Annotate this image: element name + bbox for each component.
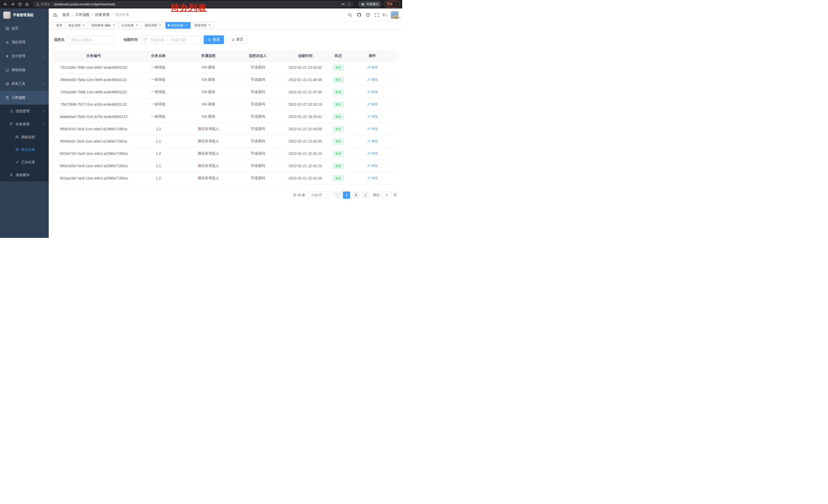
- tab-4[interactable]: 我的流程×: [142, 22, 164, 29]
- search-button-label: 搜索: [213, 37, 220, 42]
- page-button-2[interactable]: 2: [353, 191, 360, 199]
- approve-link[interactable]: 审批: [367, 139, 378, 144]
- cell-action: 审批: [348, 86, 397, 98]
- tab-close-icon[interactable]: ×: [185, 24, 188, 27]
- font-size-icon[interactable]: TT: [383, 13, 387, 17]
- sidebar-item-my-process[interactable]: 我的流程: [0, 131, 49, 143]
- approve-link[interactable]: 审批: [367, 127, 378, 131]
- sidebar-item-system[interactable]: 系统管理: [0, 35, 49, 49]
- breadcrumb-separator: /: [112, 13, 113, 17]
- browser-forward-icon[interactable]: [9, 1, 16, 8]
- url-text: dashboard.yudao.iocoder.cn/bpm/task/todo: [54, 3, 339, 6]
- sidebar-item-process-mgmt[interactable]: 流程管理: [0, 104, 49, 118]
- help-icon[interactable]: [365, 11, 371, 18]
- sidebar-item-workflow[interactable]: 工作流程: [0, 91, 49, 104]
- status-badge: 激活: [333, 175, 344, 181]
- breadcrumb-workflow[interactable]: 工作流程: [75, 12, 89, 17]
- page-size-select[interactable]: 10条/页: [308, 191, 331, 199]
- tab-close-icon[interactable]: ×: [82, 24, 85, 27]
- tab-2[interactable]: 流程表单-编辑×: [89, 22, 118, 29]
- next-page-button[interactable]: [362, 191, 369, 199]
- tab-close-icon[interactable]: ×: [208, 24, 211, 27]
- search-button[interactable]: 搜索: [204, 35, 224, 44]
- table-row: 580e1b3d-7ac8-11ec-a9e2-a2380e71991a1.1测…: [54, 160, 397, 172]
- cell-action: 审批: [348, 123, 397, 135]
- tab-label: 流程详情: [194, 23, 206, 28]
- page-button-1[interactable]: 1: [343, 191, 350, 199]
- user-avatar[interactable]: ▼: [391, 11, 399, 19]
- omnibox-divider: [52, 3, 52, 6]
- tab-label: 待办任务: [171, 23, 183, 28]
- tab-5[interactable]: 待办任务×: [165, 22, 191, 29]
- approve-link[interactable]: 审批: [367, 114, 378, 119]
- tab-1[interactable]: 发起流程×: [66, 22, 88, 29]
- fullscreen-icon[interactable]: [374, 11, 380, 18]
- browser-reload-icon[interactable]: [16, 1, 23, 8]
- edit-icon: [367, 102, 370, 106]
- sidebar-item-label: 首页: [11, 26, 18, 31]
- end-date-input[interactable]: [170, 38, 187, 42]
- browser-menu-dots-icon[interactable]: [394, 3, 398, 6]
- approve-link[interactable]: 审批: [367, 151, 378, 156]
- start-date-input[interactable]: [149, 38, 166, 42]
- tab-close-icon[interactable]: ×: [135, 24, 139, 27]
- cell-task-name: 一级审批: [133, 110, 183, 123]
- cell-task-name: 1.2: [133, 172, 183, 184]
- pagination: 共 16 条 10条/页 1 2 前往 页: [54, 191, 397, 199]
- sidebar-item-done-tasks[interactable]: 已办任务: [0, 156, 49, 169]
- cell-status: 激活: [328, 74, 348, 86]
- approve-link[interactable]: 审批: [367, 176, 378, 180]
- tab-close-icon[interactable]: ×: [112, 24, 116, 27]
- approve-link[interactable]: 审批: [367, 164, 378, 168]
- tab-3[interactable]: 已办任务×: [119, 22, 141, 29]
- cell-task-name: 1.2: [133, 147, 183, 160]
- browser-back-icon[interactable]: [2, 1, 9, 8]
- status-badge: 激活: [333, 138, 344, 144]
- browser-chrome: 不安全 dashboard.yudao.iocoder.cn/bpm/task/…: [0, 0, 402, 8]
- sidebar-item-infrastructure[interactable]: 基础设施: [0, 63, 49, 77]
- goto-page-input[interactable]: [381, 191, 392, 199]
- approve-link[interactable]: 审批: [367, 65, 378, 70]
- security-chip[interactable]: 不安全: [36, 2, 50, 6]
- tab-close-icon[interactable]: ×: [158, 24, 162, 27]
- col-action: 操作: [348, 51, 397, 61]
- approve-link[interactable]: 审批: [367, 102, 378, 107]
- breadcrumb-home[interactable]: 首页: [62, 12, 70, 17]
- sidebar-item-leave-query[interactable]: 请假查询: [0, 169, 49, 182]
- approve-link[interactable]: 审批: [367, 90, 378, 94]
- breadcrumb-task-mgmt[interactable]: 任务管理: [95, 12, 110, 17]
- cell-action: 审批: [348, 61, 397, 74]
- search-icon[interactable]: [347, 11, 354, 18]
- password-key-icon[interactable]: [341, 2, 345, 6]
- prev-page-button[interactable]: [333, 191, 341, 199]
- sidebar-item-todo-tasks[interactable]: 待办任务: [0, 143, 49, 156]
- edit-icon: [367, 127, 370, 131]
- approve-link[interactable]: 审批: [367, 78, 378, 82]
- tab-0[interactable]: 首页: [54, 22, 65, 29]
- process-name-input[interactable]: [68, 35, 115, 44]
- bookmark-star-icon[interactable]: ☆: [347, 2, 351, 6]
- app-logo[interactable]: 芋道管理系统: [0, 8, 49, 21]
- address-bar[interactable]: 不安全 dashboard.yudao.iocoder.cn/bpm/task/…: [33, 1, 354, 7]
- sidebar-item-devtools[interactable]: 研发工具: [0, 77, 49, 91]
- browser-update-button[interactable]: 更新: [384, 1, 400, 7]
- cell-action: 审批: [348, 98, 397, 110]
- sidebar-item-task-mgmt[interactable]: 任务管理: [0, 118, 49, 131]
- tab-6[interactable]: 流程详情×: [192, 22, 214, 29]
- incognito-label: 无痕模式: [366, 2, 379, 6]
- security-label: 不安全: [41, 2, 50, 6]
- date-range-picker[interactable]: -: [141, 35, 200, 44]
- browser-home-icon[interactable]: [24, 1, 30, 8]
- sidebar-collapse-icon[interactable]: [52, 12, 58, 18]
- table-row: 069c6a63-7b8a-11ec-8ef0-acde48001122一级审批…: [54, 74, 397, 86]
- reset-button[interactable]: 重置: [227, 35, 248, 44]
- yen-icon: ¥: [5, 54, 9, 58]
- github-icon[interactable]: [356, 11, 363, 18]
- cell-process: 测试多审批人: [183, 160, 234, 172]
- task-table-body: 73211d9d-7b9b-11ec-b5b7-acde48001122一级审批…: [54, 61, 397, 184]
- breadcrumb-separator: /: [72, 13, 73, 17]
- sidebar-item-home[interactable]: 首页: [0, 21, 49, 35]
- sidebar-item-label: 待办任务: [21, 147, 35, 152]
- tab-label: 我的流程: [145, 23, 157, 28]
- sidebar-item-payment[interactable]: ¥ 支付管理: [0, 49, 49, 63]
